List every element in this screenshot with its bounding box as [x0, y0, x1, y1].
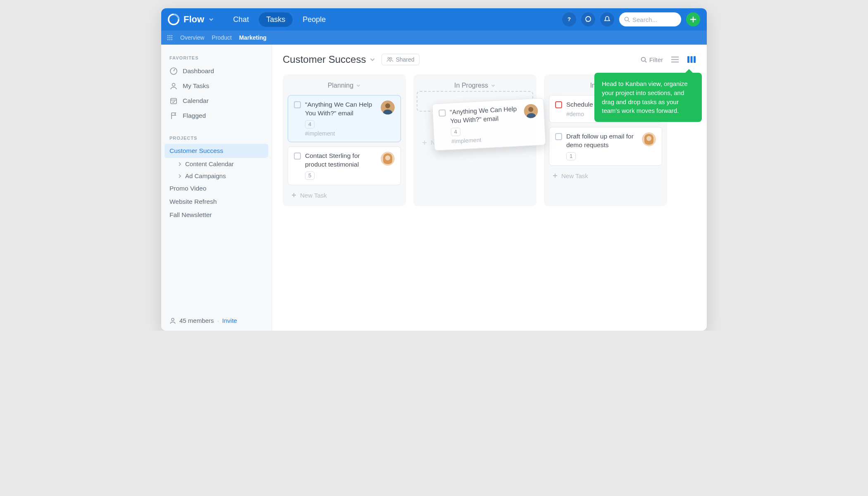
task-title: Draft follow up email for demo requests	[566, 132, 638, 150]
project-header: Customer Success Shared Filter	[283, 54, 696, 65]
sidebar-subproject-content-calendar[interactable]: Content Calendar	[161, 158, 272, 170]
favorites-heading: FAVORITES	[161, 52, 272, 64]
flag-icon	[169, 112, 178, 120]
task-card[interactable]: Draft follow up email for demo requests …	[549, 127, 662, 166]
notifications-button[interactable]	[600, 12, 614, 26]
plus-icon	[689, 16, 697, 23]
svg-rect-16	[171, 98, 176, 104]
primary-nav: Chat Tasks People	[226, 12, 333, 27]
app-name: Flow	[184, 14, 204, 25]
sidebar-project-website-refresh[interactable]: Website Refresh	[161, 195, 272, 208]
search-input[interactable]: Search...	[619, 12, 681, 26]
new-task-button[interactable]: New Task	[288, 189, 401, 201]
plus-icon	[291, 192, 297, 198]
sidebar: FAVORITES Dashboard My Tasks Calendar Fl…	[161, 45, 272, 331]
chevron-right-icon	[178, 174, 182, 178]
sidebar-calendar[interactable]: Calendar	[161, 93, 272, 108]
svg-point-8	[167, 37, 169, 38]
task-checkbox[interactable]	[555, 101, 562, 108]
kanban-icon	[687, 55, 696, 64]
flow-logo-icon	[168, 14, 179, 25]
subnav-marketing[interactable]: Marketing	[239, 34, 267, 41]
chevron-down-icon	[356, 83, 361, 88]
task-card[interactable]: "Anything We Can Help You With?" email 4…	[288, 95, 401, 142]
svg-point-3	[625, 17, 629, 21]
person-icon	[169, 82, 178, 90]
subnav-product[interactable]: Product	[212, 34, 231, 41]
chat-button[interactable]	[581, 12, 595, 26]
sidebar-flagged[interactable]: Flagged	[161, 108, 272, 123]
sidebar-project-fall-newsletter[interactable]: Fall Newsletter	[161, 208, 272, 222]
plus-icon	[422, 140, 427, 145]
shared-badge[interactable]: Shared	[382, 54, 419, 65]
bell-icon	[603, 16, 611, 23]
list-view-button[interactable]	[670, 56, 680, 63]
comment-count: 1	[566, 152, 576, 160]
chevron-down-icon	[369, 56, 376, 63]
add-button[interactable]	[686, 12, 700, 26]
task-card[interactable]: Contact Sterling for product testimonial…	[288, 146, 401, 185]
view-controls: Filter	[641, 55, 696, 64]
dragging-task-card[interactable]: "Anything We Can Help You With?" email 4…	[432, 98, 546, 151]
column-header[interactable]: In Progress	[418, 79, 532, 91]
svg-point-10	[171, 37, 172, 38]
app-logo[interactable]: Flow	[168, 14, 214, 25]
svg-point-9	[169, 37, 170, 38]
svg-line-22	[645, 61, 646, 62]
svg-point-5	[167, 35, 169, 36]
sidebar-project-customer-success[interactable]: Customer Success	[165, 144, 268, 158]
top-right-controls: ? Search...	[562, 12, 700, 26]
svg-point-33	[385, 155, 390, 160]
member-count: 45 members	[179, 317, 214, 324]
sidebar-footer: 45 members · Invite	[161, 310, 272, 331]
projects-heading: PROJECTS	[161, 132, 272, 144]
list-icon	[670, 56, 680, 63]
task-checkbox[interactable]	[555, 133, 562, 140]
kanban-tooltip: Head to Kanban view, organize your proje…	[594, 73, 702, 122]
search-placeholder: Search...	[632, 16, 657, 23]
comment-count: 4	[305, 120, 315, 129]
sidebar-mytasks[interactable]: My Tasks	[161, 79, 272, 93]
sidebar-dashboard[interactable]: Dashboard	[161, 64, 272, 79]
subnav-overview[interactable]: Overview	[180, 34, 204, 41]
task-checkbox[interactable]	[294, 153, 301, 160]
app-window: Flow Chat Tasks People ? Search...	[161, 8, 707, 331]
search-icon	[641, 57, 647, 63]
sub-nav-bar: Overview Product Marketing	[161, 31, 707, 45]
svg-rect-28	[694, 56, 696, 63]
top-bar: Flow Chat Tasks People ? Search...	[161, 8, 707, 31]
new-task-button[interactable]: New Task	[549, 170, 662, 182]
chevron-down-icon	[208, 17, 214, 22]
grid-icon[interactable]	[167, 35, 173, 41]
project-title[interactable]: Customer Success	[283, 54, 376, 65]
invite-link[interactable]: Invite	[222, 317, 237, 324]
column-in-progress: In Progress "Anything We Can Help You Wi…	[413, 74, 537, 206]
task-checkbox[interactable]	[439, 109, 446, 117]
task-title: "Anything We Can Help You With?" email	[450, 105, 520, 126]
help-button[interactable]: ?	[562, 12, 576, 26]
search-icon	[624, 17, 630, 22]
svg-rect-27	[691, 56, 693, 63]
people-icon	[386, 57, 393, 62]
task-checkbox[interactable]	[294, 101, 301, 108]
svg-point-2	[586, 17, 591, 21]
question-icon: ?	[566, 16, 572, 23]
body: FAVORITES Dashboard My Tasks Calendar Fl…	[161, 45, 707, 331]
avatar	[642, 132, 656, 146]
sidebar-subproject-ad-campaigns[interactable]: Ad Campaigns	[161, 170, 272, 182]
kanban-view-button[interactable]	[687, 55, 696, 64]
svg-point-7	[171, 35, 172, 36]
task-title: "Anything We Can Help You With?" email	[305, 100, 377, 118]
plus-icon	[552, 173, 558, 179]
svg-point-19	[388, 57, 390, 59]
task-title: Contact Sterling for product testimonial	[305, 152, 377, 169]
svg-point-11	[167, 39, 169, 40]
nav-chat[interactable]: Chat	[226, 12, 256, 27]
sidebar-project-promo-video[interactable]: Promo Video	[161, 182, 272, 195]
nav-people[interactable]: People	[295, 12, 333, 27]
calendar-icon	[169, 97, 178, 105]
column-header[interactable]: Planning	[288, 79, 401, 91]
nav-tasks[interactable]: Tasks	[259, 12, 293, 27]
svg-point-15	[172, 83, 175, 86]
filter-button[interactable]: Filter	[641, 56, 663, 63]
